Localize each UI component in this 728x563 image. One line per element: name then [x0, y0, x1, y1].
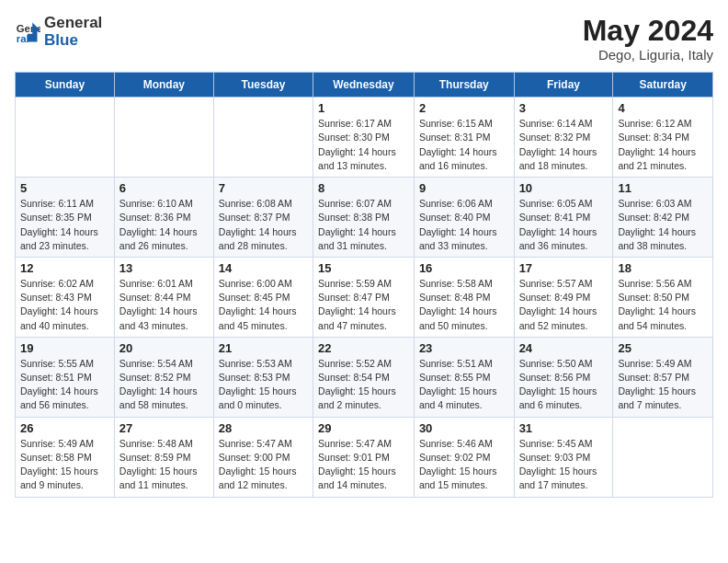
day-number: 11: [618, 181, 708, 195]
day-number: 25: [618, 341, 708, 355]
day-info: Sunrise: 6:05 AM Sunset: 8:41 PM Dayligh…: [519, 197, 609, 253]
calendar-week-row: 12Sunrise: 6:02 AM Sunset: 8:43 PM Dayli…: [16, 257, 713, 337]
calendar-cell: 2Sunrise: 6:15 AM Sunset: 8:31 PM Daylig…: [414, 98, 514, 178]
day-info: Sunrise: 5:48 AM Sunset: 8:59 PM Dayligh…: [119, 437, 209, 493]
day-number: 6: [119, 181, 209, 195]
calendar-cell: 16Sunrise: 5:58 AM Sunset: 8:48 PM Dayli…: [414, 257, 514, 337]
day-of-week-header: Sunday: [16, 73, 115, 98]
day-number: 23: [419, 341, 509, 355]
day-info: Sunrise: 6:06 AM Sunset: 8:40 PM Dayligh…: [419, 197, 509, 253]
day-info: Sunrise: 5:52 AM Sunset: 8:54 PM Dayligh…: [318, 357, 409, 413]
calendar-week-row: 19Sunrise: 5:55 AM Sunset: 8:51 PM Dayli…: [16, 337, 713, 417]
day-info: Sunrise: 5:49 AM Sunset: 8:57 PM Dayligh…: [618, 357, 708, 413]
calendar-cell: [213, 98, 313, 178]
day-info: Sunrise: 6:12 AM Sunset: 8:34 PM Dayligh…: [618, 117, 708, 173]
day-info: Sunrise: 5:58 AM Sunset: 8:48 PM Dayligh…: [419, 277, 509, 333]
day-number: 9: [419, 181, 509, 195]
calendar-cell: [114, 98, 213, 178]
day-number: 2: [419, 101, 509, 115]
day-info: Sunrise: 5:57 AM Sunset: 8:49 PM Dayligh…: [519, 277, 609, 333]
day-info: Sunrise: 5:53 AM Sunset: 8:53 PM Dayligh…: [219, 357, 308, 413]
logo-blue: Blue: [44, 32, 102, 50]
day-of-week-header: Saturday: [613, 73, 713, 98]
day-number: 13: [119, 261, 209, 275]
calendar-cell: [16, 98, 115, 178]
day-info: Sunrise: 5:47 AM Sunset: 9:01 PM Dayligh…: [318, 437, 409, 493]
day-number: 3: [519, 101, 609, 115]
day-of-week-header: Tuesday: [213, 73, 313, 98]
day-number: 19: [20, 341, 109, 355]
day-info: Sunrise: 5:51 AM Sunset: 8:55 PM Dayligh…: [419, 357, 509, 413]
day-info: Sunrise: 6:02 AM Sunset: 8:43 PM Dayligh…: [20, 277, 109, 333]
calendar-cell: 11Sunrise: 6:03 AM Sunset: 8:42 PM Dayli…: [613, 178, 713, 258]
day-info: Sunrise: 5:56 AM Sunset: 8:50 PM Dayligh…: [618, 277, 708, 333]
day-number: 30: [419, 421, 509, 435]
calendar-cell: 26Sunrise: 5:49 AM Sunset: 8:58 PM Dayli…: [16, 417, 115, 497]
calendar-table: SundayMondayTuesdayWednesdayThursdayFrid…: [15, 72, 713, 497]
calendar-week-row: 26Sunrise: 5:49 AM Sunset: 8:58 PM Dayli…: [16, 417, 713, 497]
calendar-cell: 30Sunrise: 5:46 AM Sunset: 9:02 PM Dayli…: [414, 417, 514, 497]
calendar-cell: 13Sunrise: 6:01 AM Sunset: 8:44 PM Dayli…: [114, 257, 213, 337]
day-number: 7: [219, 181, 308, 195]
day-number: 20: [119, 341, 209, 355]
day-number: 15: [318, 261, 409, 275]
day-number: 10: [519, 181, 609, 195]
day-number: 28: [219, 421, 308, 435]
day-number: 8: [318, 181, 409, 195]
calendar-week-row: 5Sunrise: 6:11 AM Sunset: 8:35 PM Daylig…: [16, 178, 713, 258]
calendar-location: Dego, Liguria, Italy: [583, 47, 713, 63]
day-info: Sunrise: 6:10 AM Sunset: 8:36 PM Dayligh…: [119, 197, 209, 253]
calendar-cell: 5Sunrise: 6:11 AM Sunset: 8:35 PM Daylig…: [16, 178, 115, 258]
day-of-week-header: Friday: [514, 73, 613, 98]
calendar-cell: 15Sunrise: 5:59 AM Sunset: 8:47 PM Dayli…: [313, 257, 415, 337]
calendar-cell: 22Sunrise: 5:52 AM Sunset: 8:54 PM Dayli…: [313, 337, 415, 417]
calendar-cell: 20Sunrise: 5:54 AM Sunset: 8:52 PM Dayli…: [114, 337, 213, 417]
title-block: May 2024 Dego, Liguria, Italy: [583, 15, 713, 63]
day-of-week-header: Wednesday: [313, 73, 415, 98]
day-number: 22: [318, 341, 409, 355]
day-info: Sunrise: 6:11 AM Sunset: 8:35 PM Dayligh…: [20, 197, 109, 253]
calendar-cell: 14Sunrise: 6:00 AM Sunset: 8:45 PM Dayli…: [213, 257, 313, 337]
day-number: 4: [618, 101, 708, 115]
logo-general: General: [44, 15, 102, 32]
logo: Gene ral General Blue: [15, 15, 102, 49]
logo-icon: Gene ral: [15, 19, 40, 45]
day-info: Sunrise: 6:14 AM Sunset: 8:32 PM Dayligh…: [519, 117, 609, 173]
calendar-cell: 21Sunrise: 5:53 AM Sunset: 8:53 PM Dayli…: [213, 337, 313, 417]
day-number: 16: [419, 261, 509, 275]
day-number: 27: [119, 421, 209, 435]
day-info: Sunrise: 5:49 AM Sunset: 8:58 PM Dayligh…: [20, 437, 109, 493]
day-of-week-header: Thursday: [414, 73, 514, 98]
day-of-week-header: Monday: [114, 73, 213, 98]
calendar-cell: 28Sunrise: 5:47 AM Sunset: 9:00 PM Dayli…: [213, 417, 313, 497]
calendar-cell: 6Sunrise: 6:10 AM Sunset: 8:36 PM Daylig…: [114, 178, 213, 258]
day-number: 1: [318, 101, 409, 115]
day-number: 29: [318, 421, 409, 435]
calendar-cell: 17Sunrise: 5:57 AM Sunset: 8:49 PM Dayli…: [514, 257, 613, 337]
calendar-cell: 29Sunrise: 5:47 AM Sunset: 9:01 PM Dayli…: [313, 417, 415, 497]
calendar-cell: 3Sunrise: 6:14 AM Sunset: 8:32 PM Daylig…: [514, 98, 613, 178]
calendar-cell: 27Sunrise: 5:48 AM Sunset: 8:59 PM Dayli…: [114, 417, 213, 497]
calendar-cell: 4Sunrise: 6:12 AM Sunset: 8:34 PM Daylig…: [613, 98, 713, 178]
day-info: Sunrise: 5:55 AM Sunset: 8:51 PM Dayligh…: [20, 357, 109, 413]
calendar-cell: 23Sunrise: 5:51 AM Sunset: 8:55 PM Dayli…: [414, 337, 514, 417]
calendar-cell: 8Sunrise: 6:07 AM Sunset: 8:38 PM Daylig…: [313, 178, 415, 258]
calendar-cell: 25Sunrise: 5:49 AM Sunset: 8:57 PM Dayli…: [613, 337, 713, 417]
calendar-cell: 19Sunrise: 5:55 AM Sunset: 8:51 PM Dayli…: [16, 337, 115, 417]
day-info: Sunrise: 6:15 AM Sunset: 8:31 PM Dayligh…: [419, 117, 509, 173]
page-header: Gene ral General Blue May 2024 Dego, Lig…: [15, 15, 713, 63]
day-number: 24: [519, 341, 609, 355]
day-info: Sunrise: 5:45 AM Sunset: 9:03 PM Dayligh…: [519, 437, 609, 493]
calendar-header-row: SundayMondayTuesdayWednesdayThursdayFrid…: [16, 73, 713, 98]
day-number: 17: [519, 261, 609, 275]
day-number: 18: [618, 261, 708, 275]
calendar-cell: [613, 417, 713, 497]
day-number: 26: [20, 421, 109, 435]
day-info: Sunrise: 5:47 AM Sunset: 9:00 PM Dayligh…: [219, 437, 308, 493]
calendar-cell: 1Sunrise: 6:17 AM Sunset: 8:30 PM Daylig…: [313, 98, 415, 178]
day-info: Sunrise: 6:03 AM Sunset: 8:42 PM Dayligh…: [618, 197, 708, 253]
day-info: Sunrise: 5:50 AM Sunset: 8:56 PM Dayligh…: [519, 357, 609, 413]
day-info: Sunrise: 5:54 AM Sunset: 8:52 PM Dayligh…: [119, 357, 209, 413]
day-info: Sunrise: 6:17 AM Sunset: 8:30 PM Dayligh…: [318, 117, 409, 173]
day-info: Sunrise: 6:07 AM Sunset: 8:38 PM Dayligh…: [318, 197, 409, 253]
